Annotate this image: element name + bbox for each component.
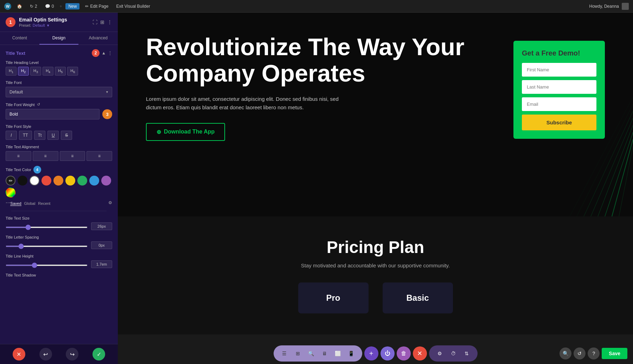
svg-line-1 xyxy=(591,118,633,216)
section-collapse[interactable]: ▲ xyxy=(102,51,106,56)
line-height-slider[interactable] xyxy=(6,265,88,266)
color-more[interactable]: ··· xyxy=(6,200,10,206)
section-menu[interactable]: ⋮ xyxy=(108,51,112,56)
toolbar-desktop[interactable]: 🖥 xyxy=(319,347,331,359)
tab-advanced[interactable]: Advanced xyxy=(78,32,118,45)
svg-line-5 xyxy=(619,146,633,216)
eyedropper-swatch[interactable]: ✏ xyxy=(6,176,15,186)
align-justify[interactable]: ≡ xyxy=(87,151,112,161)
hero-cta-button[interactable]: ⊕ Download The App xyxy=(146,123,225,141)
color-black[interactable] xyxy=(18,176,27,186)
line-height-slider-container xyxy=(6,261,88,267)
color-yellow[interactable] xyxy=(65,176,75,186)
font-select[interactable]: Default xyxy=(6,87,112,97)
text-size-value[interactable]: 26px xyxy=(91,222,112,230)
new-button[interactable]: New xyxy=(65,3,79,9)
color-settings-icon[interactable]: ⚙ xyxy=(108,200,112,205)
pricing-card-basic: Basic xyxy=(383,282,453,313)
close-button[interactable]: ✕ xyxy=(13,348,25,360)
color-tab-saved[interactable]: Saved xyxy=(10,201,21,206)
text-size-slider[interactable] xyxy=(6,227,88,228)
font-weight-label: Title Font Weight ↺ xyxy=(6,102,112,107)
tab-design[interactable]: Design xyxy=(39,32,79,45)
heading-h1[interactable]: H1 xyxy=(6,67,17,76)
wordpress-icon[interactable]: W xyxy=(4,3,11,10)
form-title: Get a Free Demo! xyxy=(522,49,596,57)
toolbar-tablet[interactable]: ⬜ xyxy=(332,347,344,359)
heading-h3[interactable]: H3 xyxy=(30,67,41,76)
color-tabs: Saved Global Recent xyxy=(10,201,50,206)
edit-page-btn[interactable]: ✏ Edit Page xyxy=(83,3,110,9)
style-uppercase[interactable]: TT xyxy=(19,131,32,140)
first-name-field[interactable] xyxy=(522,63,596,77)
color-purple[interactable] xyxy=(101,176,111,186)
save-button[interactable]: Save xyxy=(602,348,627,359)
columns-icon[interactable]: ⊞ xyxy=(100,19,104,25)
align-left[interactable]: ≡ xyxy=(6,151,31,161)
step-badge-1: 1 xyxy=(6,17,15,27)
heading-h4[interactable]: H4 xyxy=(43,67,53,76)
align-center[interactable]: ≡ xyxy=(33,151,58,161)
heading-h6[interactable]: H6 xyxy=(67,67,78,76)
line-height-value[interactable]: 1.7em xyxy=(91,260,112,268)
top-bar-right: Howdy, Deanna xyxy=(589,3,629,10)
toolbar-help[interactable]: ? xyxy=(588,347,600,359)
align-right[interactable]: ≡ xyxy=(60,151,85,161)
letter-spacing-value[interactable]: 0px xyxy=(91,241,112,249)
style-strikethrough[interactable]: S xyxy=(61,131,72,140)
fullscreen-icon[interactable]: ⛶ xyxy=(92,19,97,25)
style-capitalize[interactable]: Tt xyxy=(34,131,46,140)
toolbar-mobile[interactable]: 📱 xyxy=(345,347,357,359)
toolbar-hamburger[interactable]: ☰ xyxy=(279,347,290,359)
text-shadow-row: Title Text Shadow xyxy=(6,273,112,277)
letter-spacing-slider[interactable] xyxy=(6,246,88,247)
font-weight-input[interactable] xyxy=(6,109,100,119)
preset-chevron[interactable]: ▼ xyxy=(46,24,50,27)
toolbar-trash-btn[interactable]: 🗑 xyxy=(397,346,411,360)
font-style-label: Title Font Style xyxy=(6,124,112,129)
toolbar-search-right[interactable]: 🔍 xyxy=(560,347,571,359)
exit-builder-btn[interactable]: Exit Visual Builder xyxy=(114,3,152,9)
more-options-icon[interactable]: ⋮ xyxy=(107,19,112,25)
site-icon[interactable]: 🏠 xyxy=(15,3,24,9)
heading-level-row: Title Heading Level H1 H2 H3 H4 H5 H6 xyxy=(6,60,112,76)
tab-content[interactable]: Content xyxy=(0,32,39,45)
toolbar-refresh[interactable]: ↺ xyxy=(574,347,586,359)
comment-icon: 💬 xyxy=(45,4,50,9)
color-red[interactable] xyxy=(41,176,51,186)
color-blue[interactable] xyxy=(89,176,99,186)
color-green[interactable] xyxy=(77,176,87,186)
hero-background-graphic xyxy=(513,76,633,216)
redo-button[interactable]: ↪ xyxy=(66,348,78,360)
style-italic[interactable]: I xyxy=(6,131,17,140)
color-orange[interactable] xyxy=(53,176,63,186)
toolbar-add-btn[interactable]: + xyxy=(364,346,378,360)
style-underline[interactable]: U xyxy=(47,131,59,140)
color-tab-recent[interactable]: Recent xyxy=(38,201,50,206)
comments-btn[interactable]: 💬 0 xyxy=(43,3,56,9)
undo-button[interactable]: ↩ xyxy=(39,348,52,360)
confirm-button[interactable]: ✓ xyxy=(92,348,105,360)
top-bar: W 🏠 ↻ 2 💬 0 + New ✏ Edit Page Exit Visua… xyxy=(0,0,633,13)
user-avatar[interactable] xyxy=(622,3,629,10)
toolbar-right: 🔍 ↺ ? Save xyxy=(560,347,627,359)
toolbar-close-btn[interactable]: ✕ xyxy=(413,346,427,360)
toolbar-power-btn[interactable]: ⏻ xyxy=(381,346,395,360)
preset-value[interactable]: Default xyxy=(33,23,45,27)
toolbar-settings[interactable]: ⚙ xyxy=(434,347,446,359)
text-size-slider-row: 26px xyxy=(6,222,112,230)
hero-cta-label: Download The App xyxy=(164,129,215,135)
updates-btn[interactable]: ↻ 2 xyxy=(28,3,39,9)
toolbar-layout[interactable]: ⇅ xyxy=(461,347,473,359)
color-custom[interactable] xyxy=(6,188,15,197)
toolbar-search[interactable]: 🔍 xyxy=(305,347,317,359)
toolbar-grid[interactable]: ⊞ xyxy=(292,347,304,359)
text-size-slider-container xyxy=(6,223,88,229)
title-text-section: Title Text 2 ▲ ⋮ Title Heading Level H1 … xyxy=(0,45,118,286)
heading-h2[interactable]: H2 xyxy=(18,67,29,76)
color-white[interactable] xyxy=(30,176,39,186)
color-tab-global[interactable]: Global xyxy=(24,201,36,206)
heading-h5[interactable]: H5 xyxy=(55,67,66,76)
font-weight-reset[interactable]: ↺ xyxy=(37,102,40,107)
toolbar-history[interactable]: ⏱ xyxy=(447,347,459,359)
